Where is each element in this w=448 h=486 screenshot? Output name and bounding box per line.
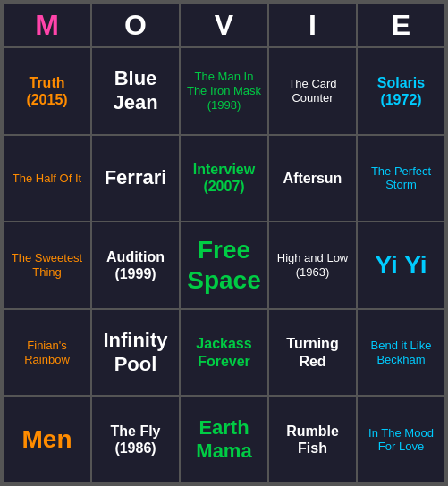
bingo-cell-2-0: The Sweetest Thing	[3, 222, 91, 309]
bingo-card: MOVIE Truth (2015)Blue JeanThe Man In Th…	[0, 0, 448, 486]
bingo-cell-0-3: The Card Counter	[268, 47, 357, 135]
bingo-cell-4-1: The Fly (1986)	[91, 396, 180, 483]
bingo-cell-1-3: Aftersun	[268, 135, 357, 222]
bingo-cell-1-1: Ferrari	[91, 135, 180, 222]
bingo-header: MOVIE	[3, 3, 445, 47]
bingo-cell-0-2: The Man In The Iron Mask (1998)	[180, 47, 268, 135]
bingo-cell-4-3: Rumble Fish	[268, 396, 357, 483]
bingo-cell-2-2: Free Space	[180, 222, 268, 309]
bingo-cell-2-3: High and Low (1963)	[268, 222, 357, 309]
bingo-cell-4-0: Men	[3, 396, 91, 483]
bingo-cell-3-1: Infinity Pool	[91, 309, 180, 397]
header-letter: E	[357, 3, 445, 47]
bingo-row: Finian's RainbowInfinity PoolJackass For…	[3, 309, 445, 397]
bingo-cell-1-2: Interview (2007)	[180, 135, 268, 222]
bingo-cell-3-0: Finian's Rainbow	[3, 309, 91, 397]
bingo-cell-0-1: Blue Jean	[91, 47, 180, 135]
bingo-row: The Half Of ItFerrariInterview (2007)Aft…	[3, 135, 445, 222]
bingo-cell-3-2: Jackass Forever	[180, 309, 268, 397]
bingo-cell-4-4: In The Mood For Love	[357, 396, 445, 483]
bingo-row: MenThe Fly (1986)Earth MamaRumble FishIn…	[3, 396, 445, 483]
bingo-cell-0-4: Solaris (1972)	[357, 47, 445, 135]
bingo-grid: Truth (2015)Blue JeanThe Man In The Iron…	[3, 47, 445, 483]
bingo-cell-1-4: The Perfect Storm	[357, 135, 445, 222]
bingo-cell-0-0: Truth (2015)	[3, 47, 91, 135]
bingo-cell-2-4: Yi Yi	[357, 222, 445, 309]
header-letter: O	[91, 3, 180, 47]
bingo-cell-4-2: Earth Mama	[180, 396, 268, 483]
bingo-row: Truth (2015)Blue JeanThe Man In The Iron…	[3, 47, 445, 135]
header-letter: V	[180, 3, 268, 47]
header-letter: I	[268, 3, 357, 47]
bingo-cell-2-1: Audition (1999)	[91, 222, 180, 309]
bingo-cell-1-0: The Half Of It	[3, 135, 91, 222]
bingo-cell-3-4: Bend it Like Beckham	[357, 309, 445, 397]
bingo-row: The Sweetest ThingAudition (1999)Free Sp…	[3, 222, 445, 309]
bingo-cell-3-3: Turning Red	[268, 309, 357, 397]
header-letter: M	[3, 3, 91, 47]
